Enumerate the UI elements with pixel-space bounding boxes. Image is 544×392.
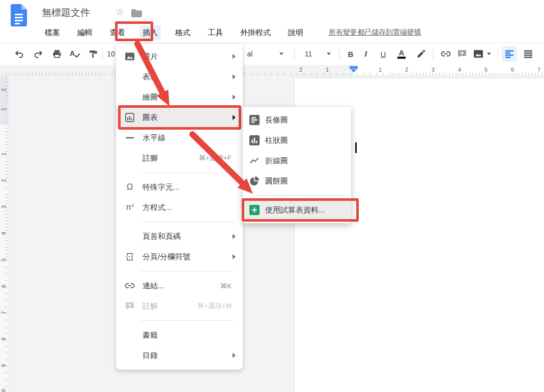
folder-icon[interactable] xyxy=(131,9,142,19)
font-size-select[interactable]: 11 xyxy=(305,50,312,58)
menu-item-drawing[interactable]: 繪圖 xyxy=(116,87,243,107)
align-left-button[interactable] xyxy=(502,46,517,62)
menu-item-pie-chart[interactable]: 圓餅圖 xyxy=(243,171,351,191)
menu-item-page-break[interactable]: 分頁/分欄符號 xyxy=(116,247,243,267)
page-break-icon xyxy=(123,252,136,262)
ruler-ticks xyxy=(0,73,544,75)
ruler-number: 2 xyxy=(299,67,302,73)
italic-button[interactable]: I xyxy=(364,50,367,58)
chart-icon xyxy=(123,112,136,123)
submenu-arrow-icon xyxy=(233,95,236,100)
ruler-number: 9 xyxy=(1,363,7,369)
menu-item-bookmark[interactable]: 書籤 xyxy=(116,325,243,345)
font-select-caret[interactable] xyxy=(279,53,283,55)
menu-item-table-of-contents[interactable]: 目錄 xyxy=(116,345,243,366)
menu-separator xyxy=(256,195,348,196)
menu-item-chart[interactable]: 圖表 xyxy=(116,107,243,128)
justify-button[interactable] xyxy=(524,50,533,58)
menu-item-shortcut: ⌘+選項+F xyxy=(198,154,232,163)
menu-item-horizontal-line[interactable]: 水平線 xyxy=(116,128,243,148)
menu-item-label: 表格 xyxy=(142,72,158,82)
menu-separator xyxy=(140,271,235,272)
undo-button[interactable] xyxy=(14,49,24,59)
menu-item-label: 特殊字元... xyxy=(142,183,180,192)
insert-image-caret[interactable] xyxy=(487,53,491,55)
left-indent-marker[interactable] xyxy=(350,66,358,75)
toolbar-divider xyxy=(433,48,434,60)
menu-item-label: 方程式... xyxy=(142,203,172,213)
print-button[interactable] xyxy=(52,49,62,59)
menu-item-label: 目錄 xyxy=(142,351,158,360)
menu-item-link[interactable]: 連結...⌘K xyxy=(116,276,243,296)
menu-item-label: 分頁/分欄符號 xyxy=(142,252,190,262)
justify-icon xyxy=(524,50,533,58)
save-status[interactable]: 所有變更都已儲存到雲端硬碟 xyxy=(329,28,421,37)
menu-item-line-chart[interactable]: 折線圖 xyxy=(243,150,351,171)
menu-item-label: 書籤 xyxy=(142,330,158,340)
vertical-ruler: 2112345678910 xyxy=(0,76,9,392)
menubar-item-edit[interactable]: 編輯 xyxy=(74,25,96,40)
spellcheck-letter: A xyxy=(70,49,75,57)
toolbar-divider xyxy=(294,48,295,60)
text-color-swatch xyxy=(397,57,406,59)
menu-item-label: 註腳 xyxy=(142,154,158,163)
google-docs-logo[interactable] xyxy=(11,4,27,28)
menu-item-label: 長條圖 xyxy=(265,115,288,125)
insert-menu-panel: 圖片表格繪圖圖表水平線註腳⌘+選項+FΩ特殊字元...π2方程式...頁首和頁碼… xyxy=(116,44,243,370)
ruler-number: 2 xyxy=(405,67,408,73)
align-left-icon xyxy=(505,50,514,58)
menu-item-special-characters[interactable]: Ω特殊字元... xyxy=(116,177,243,197)
ruler-number: 1 xyxy=(1,151,7,157)
underline-button[interactable]: U xyxy=(381,50,386,58)
menubar: 檔案編輯查看插入格式工具外掛程式說明所有變更都已儲存到雲端硬碟 xyxy=(42,24,421,41)
menubar-item-insert[interactable]: 插入 xyxy=(139,25,161,40)
menu-item-bar-chart[interactable]: 長條圖 xyxy=(243,110,351,130)
text-color-button[interactable]: A xyxy=(397,49,406,59)
font-size-caret[interactable] xyxy=(327,53,331,55)
menu-item-image[interactable]: 圖片 xyxy=(116,46,243,67)
menu-item-label: 圖表 xyxy=(142,113,158,123)
ruler-number: 4 xyxy=(1,230,7,236)
menu-item-label: 頁首和頁碼 xyxy=(142,232,181,242)
zoom-select[interactable]: 10 xyxy=(107,50,115,58)
menu-item-label: 水平線 xyxy=(142,133,165,143)
menu-item-shortcut: ⌘K xyxy=(220,282,232,290)
highlight-color-button[interactable] xyxy=(416,49,426,59)
menubar-item-help[interactable]: 說明 xyxy=(285,25,306,40)
star-icon[interactable]: ☆ xyxy=(116,7,124,18)
menubar-item-addons[interactable]: 外掛程式 xyxy=(237,25,274,40)
document-title[interactable]: 無標題文件 xyxy=(42,6,90,19)
menu-item-column-chart[interactable]: 柱狀圖 xyxy=(243,130,351,150)
redo-button[interactable] xyxy=(33,49,43,59)
menu-item-label: 註解 xyxy=(142,301,158,311)
menubar-item-view[interactable]: 查看 xyxy=(107,25,128,40)
spellcheck-button[interactable]: A xyxy=(70,49,81,59)
ruler-number: 7 xyxy=(1,310,7,316)
ruler-number: 8 xyxy=(1,336,7,342)
horizontal-ruler: 211234567 xyxy=(0,65,544,76)
menu-item-from-sheets[interactable]: 使用試算表資料... xyxy=(243,200,351,220)
menubar-item-tools[interactable]: 工具 xyxy=(205,25,226,40)
line-chart-icon xyxy=(249,156,260,166)
insert-link-button[interactable] xyxy=(440,49,451,59)
add-comment-button[interactable] xyxy=(457,49,467,59)
insert-image-button[interactable] xyxy=(473,49,483,59)
menu-item-equation[interactable]: π2方程式... xyxy=(116,197,243,218)
menubar-item-file[interactable]: 檔案 xyxy=(42,25,63,40)
menubar-item-format[interactable]: 格式 xyxy=(172,25,193,40)
menu-item-headers-page-numbers[interactable]: 頁首和頁碼 xyxy=(116,226,243,247)
ruler-number: 6 xyxy=(511,67,514,73)
menu-item-label: 使用試算表資料... xyxy=(265,205,325,215)
ruler-number: 6 xyxy=(1,283,7,289)
paint-format-button[interactable] xyxy=(88,49,98,59)
menu-item-footnote[interactable]: 註腳⌘+選項+F xyxy=(116,148,243,168)
bold-button[interactable]: B xyxy=(348,50,354,58)
submenu-arrow-icon xyxy=(233,254,236,259)
ruler-number: 2 xyxy=(1,177,7,184)
text-cursor xyxy=(355,142,357,153)
sheets-icon xyxy=(249,205,260,215)
menu-item-shortcut: ⌘+選項+M xyxy=(197,301,232,311)
toolbar-divider xyxy=(102,48,103,60)
font-select[interactable]: al xyxy=(247,50,253,58)
menu-item-table[interactable]: 表格 xyxy=(116,67,243,87)
